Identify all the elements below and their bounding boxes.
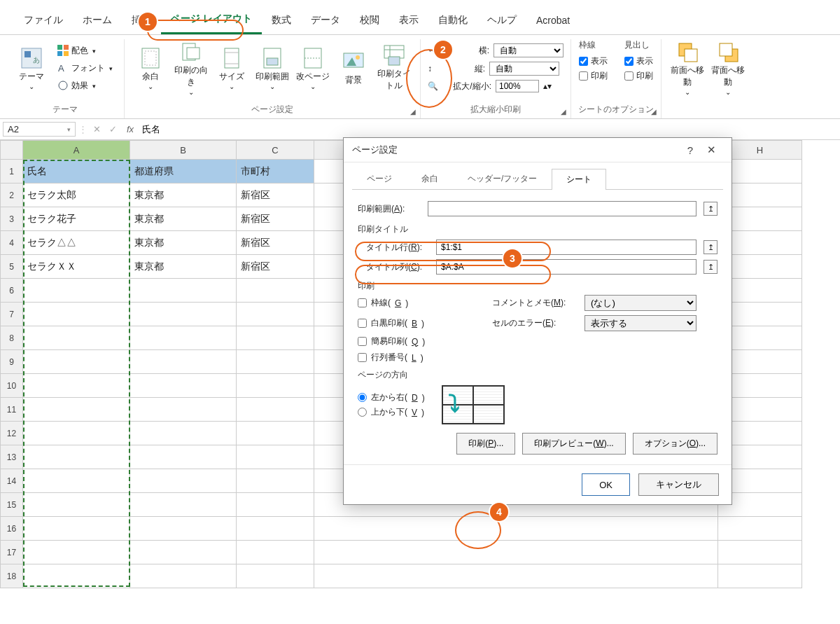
dlg-tab-sheet[interactable]: シート xyxy=(552,169,606,190)
dlg-tab-page[interactable]: ページ xyxy=(352,168,407,189)
row-header[interactable]: 5 xyxy=(0,255,23,279)
errors-select[interactable]: 表示する xyxy=(584,315,696,331)
cell[interactable] xyxy=(130,279,237,303)
background-button[interactable]: 背景 xyxy=(335,39,372,97)
row-header[interactable]: 9 xyxy=(0,350,23,374)
print-button[interactable]: 印刷(P)... xyxy=(456,433,515,455)
help-icon[interactable]: ? xyxy=(680,144,700,156)
row-header[interactable]: 1 xyxy=(0,160,23,183)
col-header-b[interactable]: B xyxy=(130,140,237,160)
cell[interactable] xyxy=(237,445,314,469)
tab-formulas[interactable]: 数式 xyxy=(262,7,301,34)
cell[interactable] xyxy=(23,469,130,493)
row-header[interactable]: 16 xyxy=(0,517,23,541)
cell[interactable]: 東京都 xyxy=(130,207,237,231)
row-header[interactable]: 14 xyxy=(0,469,23,493)
title-rows-input[interactable] xyxy=(436,240,696,255)
cell[interactable] xyxy=(237,326,314,350)
gridlines-view-checkbox[interactable]: 表示 xyxy=(579,55,608,67)
cell[interactable] xyxy=(130,564,237,588)
scale-dialog-launcher[interactable]: ◢ xyxy=(561,108,566,116)
themes-button[interactable]: あ テーマ xyxy=(13,39,50,97)
row-header[interactable]: 2 xyxy=(0,183,23,207)
print-bw-checkbox[interactable]: 白黒印刷(B) xyxy=(358,317,484,329)
formula-input[interactable] xyxy=(141,123,837,136)
width-select[interactable]: 自動 xyxy=(493,43,564,57)
cell[interactable] xyxy=(718,541,802,564)
cell[interactable] xyxy=(23,398,130,422)
cell[interactable]: 新宿区 xyxy=(237,231,314,255)
cell[interactable]: 東京都 xyxy=(130,183,237,207)
page-setup-dialog-launcher[interactable]: ◢ xyxy=(410,108,416,116)
cell[interactable] xyxy=(130,398,237,422)
tab-help[interactable]: ヘルプ xyxy=(477,7,526,34)
cell[interactable] xyxy=(130,469,237,493)
cell[interactable] xyxy=(718,517,802,541)
comments-select[interactable]: (なし) xyxy=(584,295,696,311)
cell[interactable] xyxy=(23,374,130,398)
cell[interactable] xyxy=(237,350,314,374)
tab-page-layout[interactable]: ページ レイアウト xyxy=(161,6,262,34)
cell[interactable] xyxy=(237,303,314,326)
cancel-icon[interactable]: ✕ xyxy=(90,124,104,134)
cell[interactable] xyxy=(130,350,237,374)
fx-icon[interactable]: fx xyxy=(122,124,138,134)
range-picker-icon[interactable]: ↥ xyxy=(704,260,718,274)
gridlines-print-checkbox[interactable]: 印刷 xyxy=(579,70,608,82)
print-area-input[interactable] xyxy=(428,201,696,216)
cell[interactable]: 東京都 xyxy=(130,231,237,255)
row-header[interactable]: 7 xyxy=(0,303,23,326)
name-box[interactable]: A2 xyxy=(3,122,76,137)
cell[interactable] xyxy=(237,279,314,303)
orientation-button[interactable]: 印刷の向き xyxy=(172,39,210,97)
cell[interactable] xyxy=(23,279,130,303)
send-backward-button[interactable]: 背面へ移動 xyxy=(709,39,747,97)
scale-input[interactable] xyxy=(496,80,539,92)
cell[interactable] xyxy=(23,564,130,588)
cell[interactable] xyxy=(237,398,314,422)
bring-forward-button[interactable]: 前面へ移動 xyxy=(668,39,706,97)
print-preview-button[interactable]: 印刷プレビュー(W)... xyxy=(522,433,625,455)
size-button[interactable]: サイズ xyxy=(213,39,251,97)
row-header[interactable]: 12 xyxy=(0,422,23,445)
cell[interactable] xyxy=(130,445,237,469)
cell[interactable] xyxy=(237,493,314,517)
cell[interactable] xyxy=(130,541,237,564)
cell[interactable] xyxy=(23,326,130,350)
cell[interactable]: 氏名 xyxy=(23,160,130,183)
cell[interactable]: 新宿区 xyxy=(237,255,314,279)
cell[interactable] xyxy=(237,469,314,493)
cell[interactable] xyxy=(23,541,130,564)
range-picker-icon[interactable]: ↥ xyxy=(704,240,718,254)
col-header-a[interactable]: A xyxy=(23,140,130,160)
cell[interactable]: セラク太郎 xyxy=(23,183,130,207)
headings-print-checkbox[interactable]: 印刷 xyxy=(624,70,653,82)
tab-review[interactable]: 校閲 xyxy=(350,7,389,34)
options-button[interactable]: オプション(O)... xyxy=(633,433,718,455)
sheet-options-dialog-launcher[interactable]: ◢ xyxy=(651,108,657,116)
cell[interactable]: セラクＸＸ xyxy=(23,255,130,279)
cell[interactable] xyxy=(237,374,314,398)
breaks-button[interactable]: 改ページ xyxy=(294,39,332,97)
cell[interactable] xyxy=(23,445,130,469)
range-picker-icon[interactable]: ↥ xyxy=(704,202,718,216)
cell[interactable] xyxy=(130,422,237,445)
row-header[interactable]: 17 xyxy=(0,541,23,564)
row-header[interactable]: 11 xyxy=(0,398,23,422)
cell[interactable]: 新宿区 xyxy=(237,207,314,231)
print-gridlines-checkbox[interactable]: 枠線(G) xyxy=(358,297,484,309)
cell[interactable] xyxy=(237,541,314,564)
height-select[interactable]: 自動 xyxy=(489,62,559,76)
order-ltr-radio[interactable]: 左から右(D) xyxy=(358,391,425,403)
row-header[interactable]: 10 xyxy=(0,374,23,398)
tab-file[interactable]: ファイル xyxy=(14,7,73,34)
cell[interactable] xyxy=(314,517,718,541)
effects-button[interactable]: 効果 xyxy=(53,78,117,93)
cell[interactable]: セラク花子 xyxy=(23,207,130,231)
cell[interactable]: 都道府県 xyxy=(130,160,237,183)
cell[interactable] xyxy=(237,517,314,541)
row-header[interactable]: 18 xyxy=(0,564,23,588)
enter-icon[interactable]: ✓ xyxy=(106,124,120,134)
cell[interactable] xyxy=(718,564,802,588)
tab-view[interactable]: 表示 xyxy=(389,7,428,34)
